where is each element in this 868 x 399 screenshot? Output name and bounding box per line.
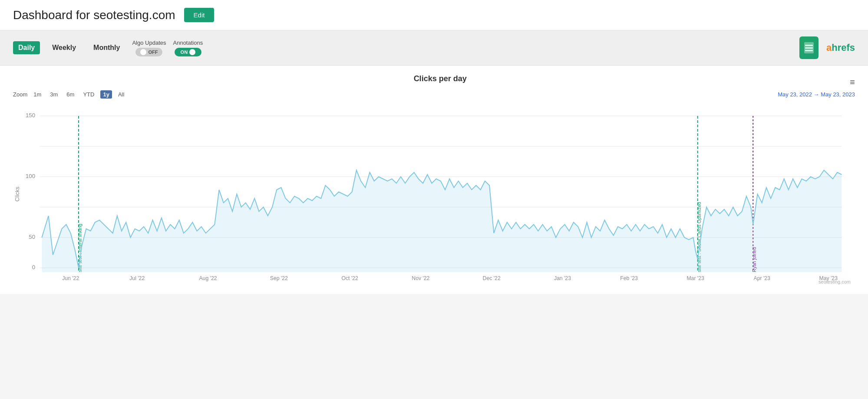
edit-button[interactable]: Edit [184, 8, 215, 22]
top-header: Dashboard for seotesting.com Edit [0, 0, 868, 30]
svg-text:Jan '23: Jan '23 [554, 275, 571, 281]
toolbar: Daily Weekly Monthly Algo Updates OFF An… [0, 30, 868, 66]
algo-updates-toggle-group: Algo Updates OFF [132, 40, 166, 56]
svg-text:150: 150 [26, 112, 35, 119]
svg-text:Feb '23: Feb '23 [620, 275, 638, 281]
annotations-toggle[interactable]: ON [175, 48, 201, 56]
chart-top-row: Clicks per day ≡ [13, 74, 855, 90]
period-monthly[interactable]: Monthly [88, 41, 125, 54]
ahrefs-logo[interactable]: ahrefs [826, 42, 855, 53]
algo-updates-toggle[interactable]: OFF [135, 48, 162, 56]
chart-area: 150 100 50 0 Clicks Jun '22 Jul '22 Aug … [13, 103, 855, 285]
svg-text:0: 0 [32, 264, 35, 270]
svg-marker-29 [42, 170, 842, 272]
date-range: May 23, 2022 → May 23, 2023 [778, 91, 855, 98]
annotations-state: ON [181, 49, 188, 55]
zoom-controls: Zoom 1m 3m 6m YTD 1y All [13, 90, 127, 99]
sheets-icon-inner [805, 45, 813, 51]
svg-text:Clicks: Clicks [14, 186, 20, 201]
annotations-dot [189, 49, 195, 55]
zoom-6m[interactable]: 6m [64, 90, 77, 99]
chart-controls: Zoom 1m 3m 6m YTD 1y All May 23, 2022 → … [13, 90, 855, 99]
svg-text:Nov '22: Nov '22 [412, 275, 429, 281]
svg-text:Sep '22: Sep '22 [270, 275, 288, 281]
svg-text:Apr '23: Apr '23 [753, 275, 770, 281]
svg-text:Jul '22: Jul '22 [129, 275, 145, 281]
chart-menu-icon[interactable]: ≡ [850, 77, 855, 87]
annotations-toggle-group: Annotations ON [173, 40, 203, 56]
svg-text:Aug '22: Aug '22 [199, 275, 217, 281]
algo-updates-dot [140, 49, 146, 55]
page-title: Dashboard for seotesting.com [13, 8, 175, 22]
watermark: seotesting.com [818, 279, 851, 284]
zoom-1m[interactable]: 1m [31, 90, 44, 99]
sheets-icon[interactable] [799, 36, 818, 59]
chart-title: Clicks per day [414, 74, 467, 83]
zoom-3m[interactable]: 3m [47, 90, 60, 99]
period-daily[interactable]: Daily [13, 41, 40, 54]
svg-text:Mar '23: Mar '23 [686, 275, 704, 281]
toolbar-icons: ahrefs [799, 36, 855, 59]
svg-text:Jun '22: Jun '22 [62, 275, 79, 281]
chart-svg: 150 100 50 0 Clicks Jun '22 Jul '22 Aug … [13, 103, 855, 285]
zoom-label: Zoom [13, 91, 27, 98]
svg-text:50: 50 [29, 234, 35, 240]
svg-text:100: 100 [26, 173, 35, 179]
zoom-ytd[interactable]: YTD [80, 90, 97, 99]
zoom-1y[interactable]: 1y [100, 90, 112, 99]
annotations-label: Annotations [173, 40, 203, 46]
ahrefs-logo-a: a [826, 42, 832, 53]
period-weekly[interactable]: Weekly [47, 41, 81, 54]
chart-container: Clicks per day ≡ Zoom 1m 3m 6m YTD 1y Al… [0, 66, 868, 294]
ahrefs-logo-hrefs: hrefs [832, 42, 855, 53]
zoom-all[interactable]: All [116, 90, 127, 99]
svg-text:Oct '22: Oct '22 [341, 275, 358, 281]
algo-updates-label: Algo Updates [132, 40, 166, 46]
svg-text:Dec '22: Dec '22 [483, 275, 501, 281]
algo-updates-state: OFF [148, 49, 158, 55]
